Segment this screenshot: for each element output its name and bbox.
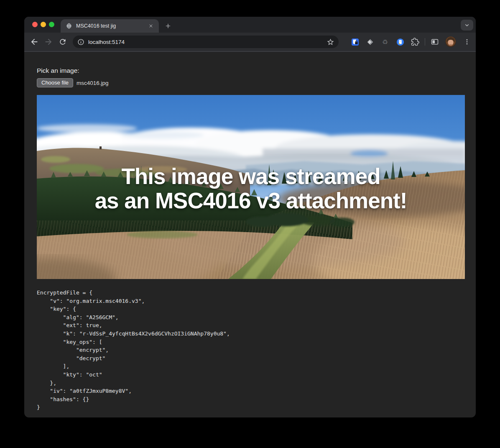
browser-tab[interactable]: MSC4016 test jig (61, 19, 159, 33)
address-bar[interactable]: localhost:5174 (73, 36, 339, 48)
reload-button[interactable] (56, 35, 69, 49)
menu-kebab-icon[interactable] (461, 36, 473, 48)
toolbar-separator (425, 38, 425, 46)
tab-strip: MSC4016 test jig (24, 17, 476, 33)
site-info-icon[interactable] (77, 38, 84, 46)
file-input: Choose file msc4016.jpg (37, 78, 476, 87)
window-controls (32, 22, 54, 27)
bookmark-star-icon[interactable] (327, 38, 334, 46)
browser-toolbar: localhost:5174 (24, 33, 476, 52)
zoom-window-button[interactable] (49, 22, 54, 27)
side-panel-icon[interactable] (429, 36, 441, 48)
image-caption-line1: This image was streamed (37, 164, 465, 189)
tab-close-icon[interactable] (147, 22, 155, 30)
encrypted-file-json: EncryptedFile = { "v": "org.matrix.msc40… (37, 289, 476, 412)
close-window-button[interactable] (32, 22, 38, 27)
desktop-background: MSC4016 test jig (0, 0, 500, 448)
selected-filename: msc4016.jpg (77, 80, 109, 86)
tab-title: MSC4016 test jig (76, 23, 147, 29)
extension-arrow-icon[interactable] (364, 36, 376, 48)
choose-file-button[interactable]: Choose file (37, 78, 73, 87)
extensions-puzzle-icon[interactable] (409, 36, 421, 48)
minimize-window-button[interactable] (41, 22, 46, 27)
back-button[interactable] (28, 35, 41, 49)
tab-favicon-globe-icon (66, 23, 72, 29)
page-content: Pick an image: Choose file msc4016.jpg (24, 52, 476, 412)
extension-recycle-icon[interactable]: ♻ (379, 36, 391, 48)
extension-document-icon[interactable] (394, 36, 406, 48)
picker-label: Pick an image: (37, 67, 476, 74)
profile-avatar[interactable] (445, 36, 456, 47)
forward-button[interactable] (42, 35, 55, 49)
image-caption: This image was streamed as an MSC4016 v3… (37, 164, 465, 213)
extension-lock-icon[interactable] (349, 36, 361, 48)
image-caption-line2: as an MSC4016 v3 attachment! (37, 189, 465, 213)
browser-window: MSC4016 test jig (24, 17, 476, 417)
tab-search-button[interactable] (461, 20, 473, 31)
new-tab-button[interactable] (162, 20, 174, 32)
url-text: localhost:5174 (88, 39, 327, 45)
streamed-image: This image was streamed as an MSC4016 v3… (37, 95, 465, 279)
